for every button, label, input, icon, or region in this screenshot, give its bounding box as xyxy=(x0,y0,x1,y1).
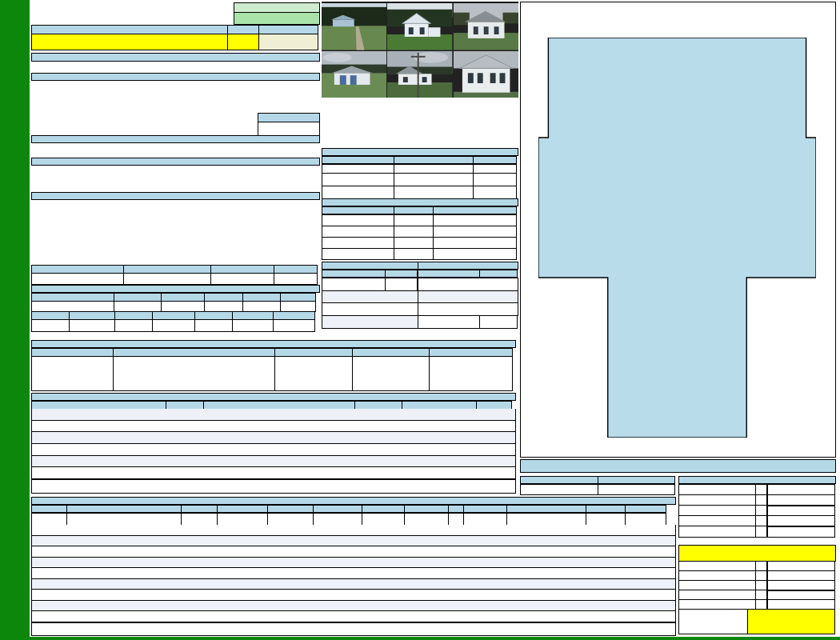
grade-value xyxy=(161,301,205,312)
property-photo-1 xyxy=(322,3,386,50)
plumbing-headers xyxy=(322,270,418,278)
sales-date-label xyxy=(322,156,394,164)
photo-grid xyxy=(322,2,518,98)
fixture-label xyxy=(322,270,386,278)
openings-label xyxy=(418,315,480,329)
building-sketch-polygon xyxy=(538,38,816,438)
plumbing-empty-row xyxy=(322,290,418,303)
sales-headers xyxy=(322,156,517,164)
funobs-value xyxy=(232,319,274,332)
bvs-obs-label xyxy=(678,515,756,526)
property-record-card xyxy=(0,0,840,640)
wall-finish-value xyxy=(274,356,353,391)
record-label xyxy=(234,2,320,13)
sales-amount-label xyxy=(394,156,474,164)
sketch-panel xyxy=(520,2,836,458)
fireplaces-openings-row xyxy=(418,315,518,329)
bs-type-label xyxy=(66,505,182,513)
cond-value xyxy=(204,301,243,312)
bs-grade-label xyxy=(181,505,218,513)
legal-description-label xyxy=(31,158,320,166)
fireplaces-label xyxy=(418,262,518,270)
bvs-rpcn-value xyxy=(766,484,835,495)
bvs-rclnd-value xyxy=(766,505,835,516)
deeded-owner-label xyxy=(31,53,320,62)
building-info-values-2 xyxy=(31,319,315,332)
instrument-row-3 xyxy=(322,237,517,249)
openings-value xyxy=(479,315,518,329)
depovr-value xyxy=(194,319,233,332)
sketch-vector-row xyxy=(520,459,836,473)
sales-row-2 xyxy=(322,173,517,186)
property-photo-4 xyxy=(322,51,386,98)
bvs-dep-op xyxy=(755,494,767,506)
fuel-type-value xyxy=(429,356,513,391)
physical-address-label xyxy=(31,135,320,143)
inst-bookpage-label xyxy=(433,206,517,214)
plumbing-label xyxy=(322,262,418,270)
print-info-headers xyxy=(520,476,675,484)
sales-code-label xyxy=(473,156,517,164)
instrument-row-2 xyxy=(322,226,517,238)
fireplaces-empty-row xyxy=(418,302,518,316)
building-value-summary xyxy=(678,484,836,538)
bvs-rpcn-op xyxy=(755,484,767,495)
account-label xyxy=(258,113,320,122)
bvs-rclnd-op xyxy=(755,505,767,516)
page-title xyxy=(34,1,234,18)
fireplaces-empty-row xyxy=(418,290,518,303)
dep-pct-value xyxy=(152,319,195,332)
plumbing-row-1 xyxy=(322,278,418,291)
bvs-dep-value xyxy=(766,494,835,506)
instruments-headers xyxy=(322,206,517,214)
foundation-value xyxy=(31,356,114,391)
bvs-dep-label xyxy=(678,494,756,506)
print-date-value xyxy=(520,484,598,495)
bvs-lcf-op xyxy=(755,526,767,538)
bvs-lcf-value xyxy=(766,526,835,538)
map-number-value xyxy=(31,34,228,50)
bvs-rclnd-label xyxy=(678,505,756,516)
bottom-border xyxy=(0,637,840,640)
building-sections-empty-rows xyxy=(31,525,676,622)
bvs-obs-op xyxy=(755,515,767,526)
subsections-total-row xyxy=(31,479,516,494)
building-value-summary-label xyxy=(678,476,836,484)
bs-comp-label xyxy=(625,505,666,513)
hsqft-value xyxy=(114,301,162,312)
building-information-label xyxy=(31,285,320,293)
appeals-value xyxy=(274,273,318,285)
revisit-value xyxy=(210,273,274,285)
last-saved-value xyxy=(598,484,675,495)
property-photo-2 xyxy=(387,3,452,50)
bs-dep-label xyxy=(586,505,626,513)
map-card-acres-values xyxy=(31,34,318,50)
last-saved-label xyxy=(598,476,675,484)
roof-value xyxy=(113,356,275,391)
bs-sec-label xyxy=(31,505,67,513)
bdrms-value xyxy=(280,301,316,312)
instrument-row-4 xyxy=(322,248,517,260)
subsections-label xyxy=(31,393,516,401)
subsections-empty-rows xyxy=(31,409,516,479)
fireplace-count-label xyxy=(479,270,518,278)
building-properties-values xyxy=(31,356,513,391)
sales-information-label xyxy=(322,148,518,156)
replacement-cost-row xyxy=(31,622,676,636)
bs-extfin-label xyxy=(217,505,268,513)
record-box xyxy=(234,2,320,25)
account-box xyxy=(258,113,320,136)
record-value xyxy=(234,13,320,25)
ecoobs-value xyxy=(273,319,315,332)
fireplaces-empty-row xyxy=(418,278,518,291)
construction-style-value xyxy=(31,301,114,312)
property-photo-3 xyxy=(454,3,518,50)
plumbing-empty-row xyxy=(322,302,418,316)
bs-whgt-label xyxy=(448,505,464,513)
bs-eyear-label xyxy=(463,505,507,513)
acres-value xyxy=(258,34,318,50)
building-info-values-1 xyxy=(31,301,316,312)
sales-row-3 xyxy=(322,186,517,199)
building-sections-headers xyxy=(31,505,666,513)
bs-sqft-label xyxy=(404,505,449,513)
